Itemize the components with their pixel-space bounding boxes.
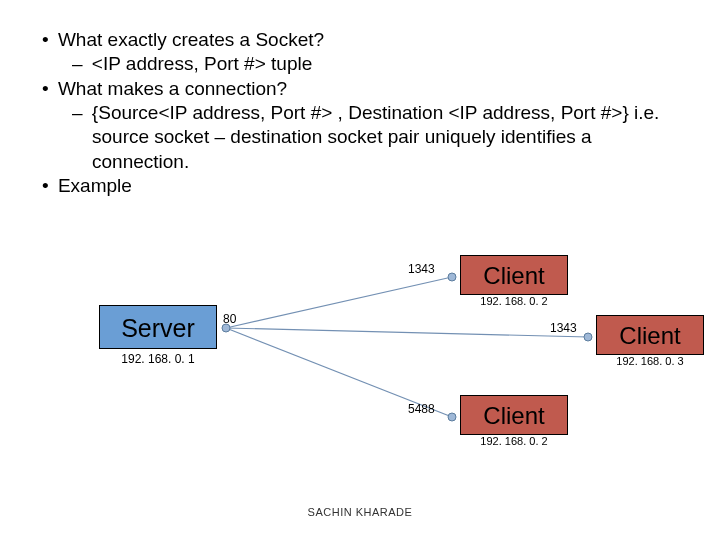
bullet-q2: What makes a connection? bbox=[58, 77, 680, 101]
bullet-a1: <IP address, Port #> tuple bbox=[92, 52, 680, 76]
client3-ip: 192. 168. 0. 2 bbox=[460, 435, 568, 447]
client2-ip: 192. 168. 0. 3 bbox=[596, 355, 704, 367]
svg-point-4 bbox=[448, 273, 456, 281]
client2-node: Client bbox=[596, 315, 704, 355]
footer-author: SACHIN KHARADE bbox=[0, 506, 720, 518]
bullet-q1: What exactly creates a Socket? bbox=[58, 28, 680, 52]
client2-port: 1343 bbox=[550, 321, 577, 335]
svg-line-2 bbox=[226, 328, 452, 417]
server-ip: 192. 168. 0. 1 bbox=[99, 352, 217, 366]
client3-node: Client bbox=[460, 395, 568, 435]
client1-node: Client bbox=[460, 255, 568, 295]
slide-text: What exactly creates a Socket? <IP addre… bbox=[0, 0, 720, 198]
client3-port: 5488 bbox=[408, 402, 435, 416]
server-port: 80 bbox=[223, 312, 236, 326]
bullet-q3: Example bbox=[58, 174, 680, 198]
server-node: Server bbox=[99, 305, 217, 349]
svg-line-0 bbox=[226, 277, 452, 328]
bullet-a2: {Source<IP address, Port #> , Destinatio… bbox=[92, 101, 680, 174]
svg-point-6 bbox=[448, 413, 456, 421]
svg-point-3 bbox=[222, 324, 230, 332]
client1-port: 1343 bbox=[408, 262, 435, 276]
svg-point-5 bbox=[584, 333, 592, 341]
svg-line-1 bbox=[226, 328, 588, 337]
client1-ip: 192. 168. 0. 2 bbox=[460, 295, 568, 307]
